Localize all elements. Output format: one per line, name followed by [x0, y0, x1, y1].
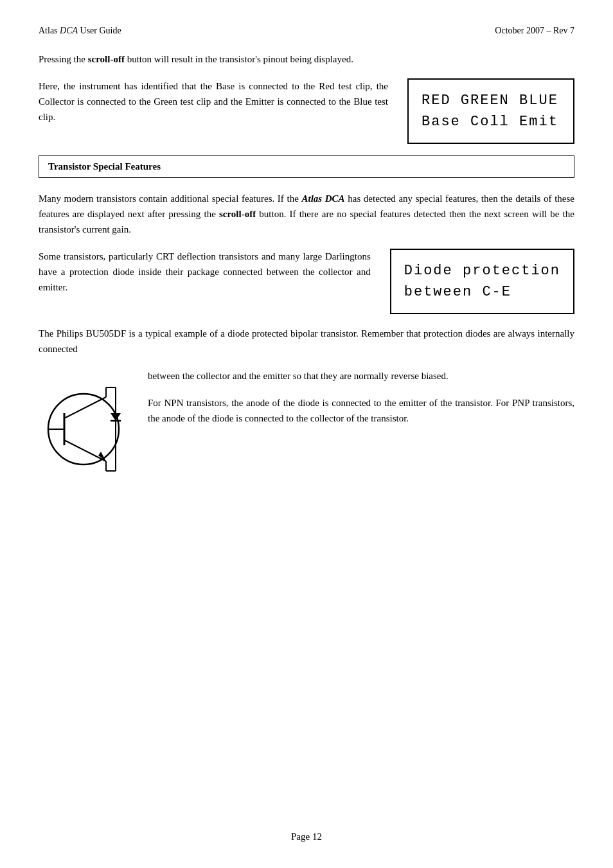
- svg-line-4: [64, 440, 106, 461]
- header-guide: User Guide: [78, 26, 121, 35]
- scroll-off-label-2: scroll-off: [219, 209, 256, 219]
- page-footer: Page 12: [0, 831, 613, 842]
- philips-reverse-bias: between the collector and the emitter so…: [148, 368, 574, 384]
- lcd2-line2: between C-E: [404, 281, 560, 303]
- lcd-box-1: RED GREEN BLUE Base Coll Emit: [407, 78, 574, 144]
- pinout-section: Here, the instrument has identified that…: [39, 78, 574, 144]
- atlas-dca-brand: Atlas DCA: [301, 193, 344, 204]
- page: Atlas DCA User Guide October 2007 – Rev …: [0, 0, 613, 868]
- lcd-box-2: Diode protection between C-E: [390, 249, 574, 314]
- intro-paragraph: Pressing the scroll-off button will resu…: [39, 51, 574, 67]
- philips-para-intro: The Philips BU505DF is a typical example…: [39, 326, 574, 357]
- lcd-display-2: Diode protection between C-E: [390, 249, 574, 314]
- header-left: Atlas DCA User Guide: [39, 26, 121, 36]
- features-para-1: Many modern transistors contain addition…: [39, 191, 574, 237]
- lcd-display-1: RED GREEN BLUE Base Coll Emit: [407, 78, 574, 144]
- diode-section: between the collector and the emitter so…: [39, 368, 574, 477]
- section-title: Transistor Special Features: [48, 161, 161, 172]
- transistor-diode-symbol: [42, 381, 125, 477]
- header-right: October 2007 – Rev 7: [495, 26, 574, 36]
- lcd1-line1: RED GREEN BLUE: [422, 90, 560, 111]
- diode-text-col: between the collector and the emitter so…: [148, 368, 574, 438]
- diode-symbol-col: [39, 368, 129, 477]
- page-number: Page 12: [291, 831, 322, 842]
- page-header: Atlas DCA User Guide October 2007 – Rev …: [39, 26, 574, 36]
- philips-npn-pnp: For NPN transistors, the anode of the di…: [148, 395, 574, 426]
- lcd1-line2: Base Coll Emit: [422, 111, 560, 132]
- pinout-text: Here, the instrument has identified that…: [39, 78, 388, 125]
- header-atlas: Atlas: [39, 26, 60, 35]
- section-box: Transistor Special Features: [39, 155, 574, 178]
- svg-line-3: [64, 397, 106, 418]
- lcd2-line1: Diode protection: [404, 260, 560, 281]
- svg-marker-9: [111, 413, 121, 421]
- scroll-off-label-1: scroll-off: [88, 54, 125, 64]
- header-dca: DCA: [60, 26, 78, 35]
- crt-section: Some transistors, particularly CRT defle…: [39, 249, 574, 314]
- crt-text: Some transistors, particularly CRT defle…: [39, 249, 371, 295]
